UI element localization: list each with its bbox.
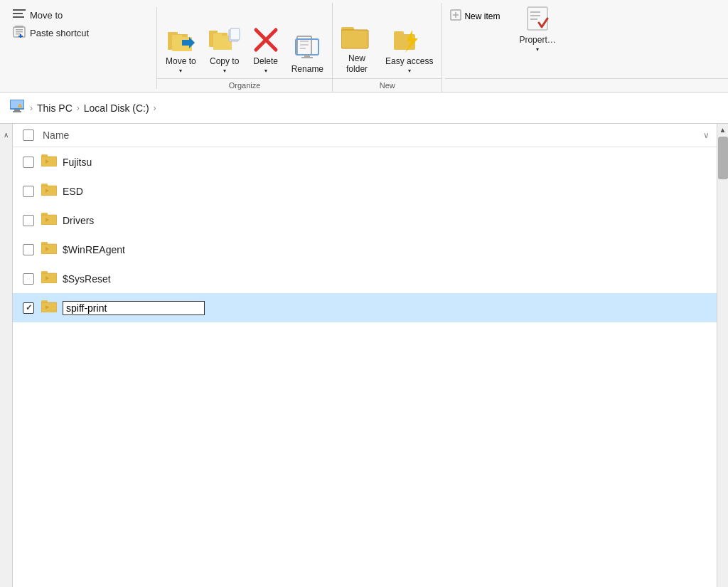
file-row-spiff-print[interactable]: ✓ [13, 293, 717, 322]
organize-buttons: Move to ▾ [157, 3, 332, 75]
clipboard-section: Move to Paste shortcut [0, 3, 156, 92]
file-row-drivers[interactable]: Drivers [13, 206, 717, 235]
checkmark-icon: ✓ [26, 303, 32, 312]
delete-icon [253, 27, 279, 55]
delete-dropdown[interactable]: ▾ [264, 68, 267, 74]
delete-label: Delete [253, 56, 278, 66]
folder-icon-esd [41, 183, 57, 199]
svg-rect-46 [13, 111, 21, 112]
checkbox-esd[interactable] [23, 186, 34, 197]
svg-rect-54 [41, 184, 48, 187]
folder-icon-spiff-print [41, 300, 57, 316]
name-column-header[interactable]: Name [43, 129, 69, 141]
properties-dropdown[interactable]: ▾ [536, 46, 539, 53]
svg-rect-11 [168, 32, 178, 35]
svg-rect-40 [530, 11, 540, 13]
file-list-header: Name ∨ [13, 124, 717, 147]
svg-rect-6 [16, 31, 23, 33]
file-list: Name ∨ Fujitsu [13, 124, 717, 587]
checkbox-sysreset[interactable] [23, 273, 34, 285]
rename-label: Rename [291, 64, 323, 74]
new-buttons: New folder Easy access ▾ [333, 3, 441, 75]
svg-rect-50 [41, 154, 48, 158]
copy-to-button[interactable]: Copy to ▾ [203, 24, 246, 75]
copy-path-label: Move to [30, 10, 63, 21]
new-item-area: New item [445, 6, 508, 23]
svg-rect-13 [172, 35, 182, 38]
move-to-button[interactable]: Move to ▾ [160, 24, 202, 75]
folder-icon-sysreset [41, 270, 57, 287]
copy-to-icon [209, 27, 240, 55]
main-content: ∧ Name ∨ Fujitsu [0, 124, 728, 587]
new-item-label: New item [464, 11, 500, 21]
breadcrumb-this-pc[interactable]: This PC [37, 102, 73, 114]
copy-path-button[interactable]: Move to [10, 7, 149, 23]
folder-name-input-spiff-print[interactable] [63, 301, 205, 315]
svg-rect-29 [301, 57, 313, 58]
easy-access-dropdown[interactable]: ▾ [408, 68, 411, 74]
move-to-icon [166, 27, 195, 55]
checkbox-winreagent[interactable] [23, 244, 34, 255]
new-folder-icon [341, 24, 373, 52]
file-row-fujitsu[interactable]: Fujitsu [13, 147, 717, 176]
svg-rect-24 [300, 41, 309, 42]
rename-icon [294, 35, 320, 63]
svg-rect-18 [213, 33, 222, 36]
collapse-panel-button[interactable]: ∧ [0, 124, 13, 587]
file-row-sysreset[interactable]: $SysReset [13, 264, 717, 293]
breadcrumb-local-disk[interactable]: Local Disk (C:) [84, 102, 149, 114]
svg-rect-34 [394, 31, 404, 36]
checkbox-drivers[interactable] [23, 215, 34, 226]
folder-name-fujitsu: Fujitsu [63, 157, 92, 168]
svg-rect-70 [41, 300, 48, 304]
svg-rect-41 [530, 15, 540, 16]
new-item-icon [450, 9, 461, 23]
new-folder-button[interactable]: New folder [336, 21, 378, 75]
svg-rect-42 [530, 18, 537, 20]
svg-rect-28 [304, 55, 310, 57]
organize-section: Move to ▾ [157, 3, 333, 92]
scrollbar-thumb[interactable] [718, 137, 728, 179]
folder-name-esd: ESD [63, 186, 83, 197]
file-row-winreagent[interactable]: $WinREAgent [13, 235, 717, 264]
svg-rect-20 [230, 28, 240, 40]
folder-icon-winreagent [41, 241, 57, 258]
breadcrumb-separator-3: › [154, 103, 156, 113]
new-item-button[interactable]: New item [448, 9, 502, 23]
svg-rect-5 [16, 29, 23, 31]
delete-button[interactable]: Delete ▾ [247, 24, 284, 75]
new-folder-label: New folder [346, 53, 368, 74]
folder-icon-fujitsu [41, 154, 57, 170]
easy-access-label: Easy access [385, 56, 433, 66]
svg-rect-7 [16, 33, 21, 35]
copy-to-label: Copy to [210, 56, 239, 66]
svg-rect-66 [41, 271, 48, 275]
new-section: New folder Easy access ▾ New [333, 3, 442, 92]
paste-shortcut-button[interactable]: Paste shortcut [10, 23, 149, 43]
checkbox-fujitsu[interactable] [23, 157, 34, 168]
paste-shortcut-label: Paste shortcut [30, 28, 89, 38]
svg-rect-9 [18, 36, 23, 37]
folder-icon-drivers [41, 212, 57, 228]
properties-button[interactable]: Propert… ▾ [513, 6, 561, 54]
scrollbar-right[interactable]: ▲ [717, 124, 728, 587]
move-to-dropdown[interactable]: ▾ [179, 68, 182, 74]
select-all-checkbox[interactable] [23, 129, 34, 141]
copy-path-icon [13, 9, 26, 21]
svg-rect-2 [13, 16, 24, 18]
svg-rect-0 [13, 9, 26, 11]
easy-access-button[interactable]: Easy access ▾ [380, 24, 439, 75]
file-row-esd[interactable]: ESD [13, 176, 717, 206]
copy-to-dropdown[interactable]: ▾ [223, 68, 226, 74]
scrollbar-up-arrow[interactable]: ▲ [717, 124, 728, 135]
checkbox-spiff-print[interactable]: ✓ [23, 302, 34, 314]
address-bar: ! › This PC › Local Disk (C:) › [0, 92, 728, 124]
sort-arrow[interactable]: ∨ [703, 130, 710, 140]
svg-text:!: ! [19, 105, 20, 108]
svg-rect-26 [300, 48, 306, 49]
address-pc-icon: ! [10, 99, 26, 117]
new-label: New [333, 78, 441, 92]
paste-shortcut-icon [13, 26, 26, 41]
svg-rect-45 [14, 110, 20, 111]
rename-button[interactable]: Rename [286, 32, 329, 75]
